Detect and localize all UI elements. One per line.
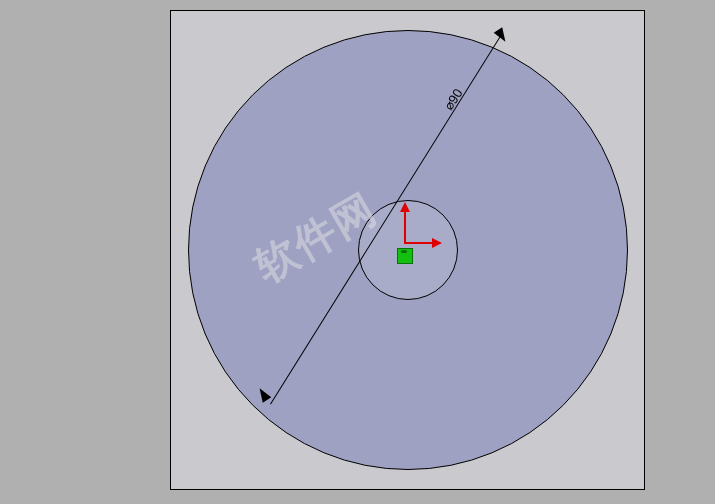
x-axis-arrow-icon — [404, 242, 434, 244]
cad-viewport[interactable]: 软件网 ⌀90 — [0, 0, 715, 504]
origin-marker-icon[interactable] — [397, 248, 413, 264]
y-axis-arrow-icon — [404, 210, 406, 242]
